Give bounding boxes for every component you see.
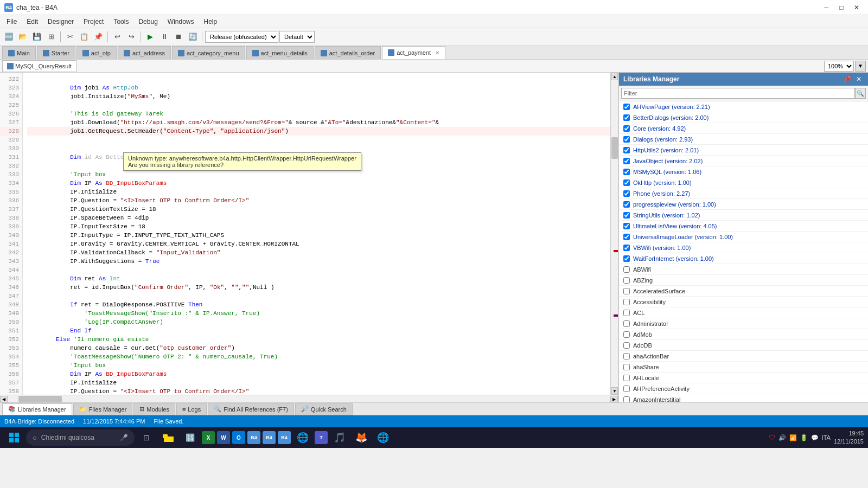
bottom-tab-logs[interactable]: ≡ Logs [176,403,207,415]
lib-checkbox[interactable] [623,179,630,186]
panel-close-button[interactable]: ✕ [854,74,864,84]
lib-checkbox[interactable] [623,310,630,316]
pause-button[interactable]: ⏸ [158,30,171,43]
menu-windows[interactable]: Windows [163,17,199,27]
lib-checkbox[interactable] [623,342,630,349]
hscroll-thumb[interactable] [18,396,62,402]
lib-checkbox[interactable] [623,299,630,305]
menu-project[interactable]: Project [79,17,108,27]
tab-starter[interactable]: Starter [37,46,75,59]
lib-checkbox[interactable] [623,320,630,327]
lib-checkbox[interactable] [623,331,630,338]
lib-checkbox[interactable] [623,223,630,229]
taskbar-app-file-explorer[interactable] [158,428,178,447]
tab-main[interactable]: Main [2,46,36,59]
lib-checkbox[interactable] [623,288,630,294]
lib-checkbox[interactable] [623,364,630,370]
lib-checkbox[interactable] [623,114,630,121]
taskbar-volume-icon[interactable]: 🔊 [778,434,786,441]
vertical-scrollbar[interactable]: ▲ ▼ [610,73,618,395]
lib-checkbox[interactable] [623,234,630,240]
lib-checkbox[interactable] [623,212,630,219]
lib-checkbox[interactable] [623,104,630,110]
lib-checkbox[interactable] [623,396,630,403]
taskbar-app-b4a[interactable]: B4 [247,431,260,444]
taskbar-app-word[interactable]: W [217,431,230,444]
menu-debug[interactable]: Debug [134,17,162,27]
tab-act-menu-details[interactable]: act_menu_details [246,46,314,59]
run-button[interactable]: ▶ [144,30,157,43]
menu-file[interactable]: File [2,17,21,27]
refresh-button[interactable]: 🔄 [186,30,199,43]
menu-edit[interactable]: Edit [22,17,42,27]
build-config-select[interactable]: Release (obfuscated) Debug Release [205,31,278,43]
undo-button[interactable]: ↩ [111,30,124,43]
start-button[interactable] [4,428,24,447]
lib-checkbox[interactable] [623,375,630,381]
taskbar-app-excel[interactable]: X [202,431,215,444]
lib-checkbox[interactable] [623,386,630,392]
vscroll-down-btn[interactable]: ▼ [611,387,618,395]
vscroll-up-btn[interactable]: ▲ [611,73,618,80]
tab-act-otp[interactable]: act_otp [76,46,117,59]
save-button[interactable]: 💾 [30,30,43,43]
taskbar-app-chrome[interactable]: 🌐 [293,428,312,447]
menu-designer[interactable]: Designer [43,17,78,27]
lib-checkbox[interactable] [623,190,630,197]
stop-button[interactable]: ⏹ [172,30,185,43]
taskbar-app-music[interactable]: 🎵 [330,428,349,447]
taskbar-app-taskview[interactable]: ⊡ [137,428,156,447]
taskbar-app-b4a2[interactable]: B4 [263,431,276,444]
tab-act-address[interactable]: act_address [118,46,171,59]
lib-checkbox[interactable] [623,266,630,273]
tab-close-act-payment[interactable]: ✕ [435,50,439,56]
vscroll-thumb[interactable] [611,137,618,159]
copy-button[interactable]: 📋 [78,30,91,43]
menu-help[interactable]: Help [200,17,222,27]
lib-checkbox[interactable] [623,277,630,284]
taskbar-app-outlook[interactable]: O [232,431,245,444]
filter-input[interactable] [621,88,855,99]
cut-button[interactable]: ✂ [63,30,76,43]
subtab-mysql-queryresult[interactable]: MySQL_QueryResult [2,60,76,72]
lib-checkbox[interactable] [623,201,630,208]
redo-button[interactable]: ↪ [125,30,138,43]
panel-pin-button[interactable]: 📌 [842,74,852,84]
lib-checkbox[interactable] [623,136,630,143]
close-button[interactable]: ✕ [850,2,864,14]
save-all-button[interactable]: ⊞ [44,30,58,43]
code-lines-container[interactable]: Dim job1 As HttpJob job1.Initialize("MyS… [23,73,610,395]
bottom-tab-files-manager[interactable]: 📁 Files Manager [73,403,133,415]
hscroll-left-btn[interactable]: ◀ [0,396,8,402]
taskbar-search-box[interactable]: ○ Chiedimi qualcosa 🎤 [26,429,135,446]
horizontal-scrollbar[interactable]: ◀ ▶ [0,395,618,402]
bottom-tab-libraries-manager[interactable]: 📚 Libraries Manager [2,403,72,415]
lib-checkbox[interactable] [623,255,630,262]
bottom-tab-find-all-refs[interactable]: 🔍 Find All References (F7) [208,403,294,415]
zoom-dropdown-btn[interactable]: ▼ [855,61,866,72]
filter-search-button[interactable]: 🔍 [855,88,866,99]
taskbar-app-b4a3[interactable]: B4 [278,431,291,444]
taskbar-app-firefox[interactable]: 🦊 [352,428,371,447]
lib-checkbox[interactable] [623,353,630,359]
bottom-tab-quick-search[interactable]: 🔎 Quick Search [295,403,353,415]
device-select[interactable]: Default [279,31,315,43]
paste-button[interactable]: 📌 [92,30,105,43]
lib-checkbox[interactable] [623,158,630,164]
taskbar-network-icon[interactable]: 📶 [789,434,797,441]
taskbar-app-calculator[interactable]: 🔢 [180,428,200,447]
menu-tools[interactable]: Tools [109,17,133,27]
new-button[interactable]: 🆕 [2,30,15,43]
maximize-button[interactable]: □ [834,2,848,14]
tab-act-details-order[interactable]: act_details_order [315,46,381,59]
lib-checkbox[interactable] [623,245,630,251]
tab-act-category-menu[interactable]: act_category_menu [172,46,245,59]
hscroll-right-btn[interactable]: ▶ [610,396,618,402]
tab-act-payment[interactable]: act_payment ✕ [382,46,445,59]
taskbar-app-teams[interactable]: T [315,431,328,444]
lib-checkbox[interactable] [623,169,630,175]
zoom-select[interactable]: 100% 75% 125% 150% [824,61,854,72]
bottom-tab-modules[interactable]: ⊞ Modules [133,403,175,415]
open-button[interactable]: 📂 [16,30,29,43]
lib-checkbox[interactable] [623,147,630,153]
